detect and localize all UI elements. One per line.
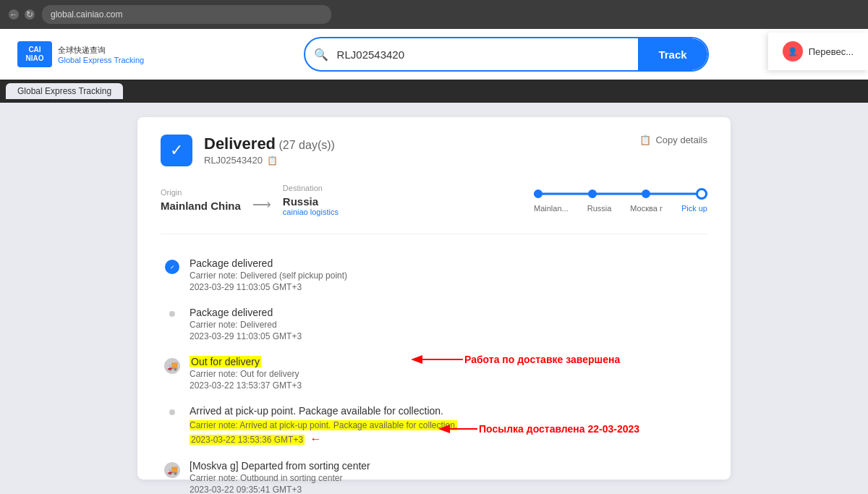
progress-label-3: Москва г [630, 204, 663, 213]
route-origin: Origin Mainland China [161, 188, 241, 212]
tl-title-3-highlighted: Out for delivery [190, 356, 261, 367]
timeline-item-2: Package delivered Carrier note: Delivere… [161, 307, 707, 341]
origin-name: Mainland China [161, 200, 241, 212]
arrow-indicator: ← [310, 433, 321, 445]
tl-dot-col-5: 🚚 [161, 460, 184, 494]
translate-badge: 👤 [788, 47, 798, 56]
destination-name: Russia [283, 195, 355, 208]
tl-time-4: 2023-03-22 13:53:36 GMT+3 ← [190, 433, 707, 446]
tl-dot-4 [169, 409, 175, 415]
tl-note-4: Carrier note: Arrived at pick-up point. … [190, 420, 457, 430]
active-tab[interactable]: Global Express Tracking [6, 83, 123, 99]
copy-details-button[interactable]: 📋 Copy details [639, 135, 707, 145]
back-button[interactable]: ← [9, 9, 19, 20]
refresh-button[interactable]: ↻ [25, 9, 35, 20]
carrier-name: cainiao logistics [283, 208, 355, 216]
browser-bar: ← ↻ global.cainiao.com [0, 0, 868, 29]
progress-line-fill [534, 192, 707, 195]
status-info: Delivered (27 day(s)) RLJ02543420 📋 [204, 135, 639, 166]
tl-title-5: [Moskva g] Departed from sorting center [190, 460, 707, 472]
tracking-number-row: RLJ02543420 📋 [204, 155, 639, 166]
tl-note-3: Carrier note: Out for delivery [190, 369, 707, 379]
tl-time-1: 2023-03-29 11:03:05 GMT+3 [190, 282, 707, 292]
progress-section: Mainlan... Russia Москва г Pick up [534, 188, 707, 213]
tl-content-1: Package delivered Carrier note: Delivere… [184, 257, 707, 292]
tl-note-5: Carrier note: Outbound in sorting center [190, 473, 707, 483]
progress-label-1: Mainlan... [534, 204, 569, 213]
tl-time-4-highlighted: 2023-03-22 13:53:36 GMT+3 [190, 435, 305, 445]
tl-content-4: Arrived at pick-up point. Package availa… [184, 405, 707, 446]
progress-dot-1 [534, 189, 542, 198]
url-text: global.cainiao.com [51, 9, 122, 20]
progress-dot-3 [642, 189, 650, 198]
status-header: ✓ Delivered (27 day(s)) RLJ02543420 📋 📋 … [161, 135, 707, 166]
copy-details-icon: 📋 [639, 135, 651, 145]
route-section: Origin Mainland China ⟶ Destination Russ… [161, 184, 707, 234]
tl-title-4: Arrived at pick-up point. Package availa… [190, 405, 707, 417]
copy-tracking-icon[interactable]: 📋 [267, 156, 278, 166]
tl-content-5: [Moskva g] Departed from sorting center … [184, 460, 707, 494]
timeline-item-1: ✓ Package delivered Carrier note: Delive… [161, 257, 707, 292]
logo-english: Global Express Tracking [58, 56, 144, 64]
tl-dot-col-2 [161, 307, 184, 341]
copy-details-label: Copy details [655, 135, 707, 145]
status-title-row: Delivered (27 day(s)) [204, 135, 639, 153]
status-title: Delivered [204, 135, 276, 153]
page: CAINIAO 全球快递查询 Global Express Tracking 🔍… [0, 29, 868, 494]
progress-label-4: Pick up [681, 204, 707, 213]
tl-note-2: Carrier note: Delivered [190, 320, 707, 330]
tab-bar: Global Express Tracking [0, 80, 868, 103]
address-bar[interactable]: global.cainiao.com [42, 5, 331, 24]
tl-dot-col-4 [161, 405, 184, 446]
route-arrow: ⟶ [252, 188, 271, 213]
logo: CAINIAO 全球快递查询 Global Express Tracking [17, 41, 144, 67]
tl-dot-col-1: ✓ [161, 257, 184, 292]
delivered-icon: ✓ [161, 135, 192, 166]
timeline: ✓ Package delivered Carrier note: Delive… [161, 257, 707, 494]
logo-text: 全球快递查询 Global Express Tracking [58, 45, 144, 64]
tl-content-2: Package delivered Carrier note: Delivere… [184, 307, 707, 341]
tl-dot-2 [169, 311, 175, 317]
tl-note-1: Carrier note: Delivered (self pickup poi… [190, 271, 707, 281]
progress-labels: Mainlan... Russia Москва г Pick up [534, 204, 707, 213]
tl-dot-5: 🚚 [164, 462, 180, 478]
logo-chinese: 全球快递查询 [58, 45, 144, 56]
tl-time-3: 2023-03-22 13:53:37 GMT+3 [190, 380, 707, 391]
origin-label: Origin [161, 188, 241, 197]
tl-dot-col-3: 🚚 [161, 356, 184, 391]
tl-dot-1: ✓ [165, 260, 179, 274]
translate-text: Перевес... [809, 46, 854, 57]
progress-label-2: Russia [587, 204, 612, 213]
logo-icon: CAINIAO [17, 41, 52, 67]
tracking-card: ✓ Delivered (27 day(s)) RLJ02543420 📋 📋 … [137, 117, 731, 480]
timeline-item-4: Arrived at pick-up point. Package availa… [161, 405, 707, 446]
translate-icon[interactable]: 👤 [783, 41, 803, 61]
progress-dot-2 [588, 189, 597, 198]
track-button[interactable]: Track [638, 38, 707, 70]
tracking-number-text: RLJ02543420 [204, 155, 263, 166]
destination-label: Destination [283, 184, 355, 192]
tl-content-3: Out for delivery Carrier note: Out for d… [184, 356, 707, 391]
search-input[interactable] [337, 48, 639, 61]
tl-title-2: Package delivered [190, 307, 707, 318]
status-days: (27 day(s)) [279, 139, 335, 151]
header: CAINIAO 全球快递查询 Global Express Tracking 🔍… [0, 29, 868, 80]
search-bar: 🔍 Track [304, 37, 709, 72]
timeline-item-3: 🚚 Out for delivery Carrier note: Out for… [161, 356, 707, 391]
tl-time-5: 2023-03-22 09:35:41 GMT+3 [190, 485, 707, 494]
tl-title-1: Package delivered [190, 257, 707, 269]
tl-dot-3: 🚚 [164, 358, 180, 374]
search-icon: 🔍 [305, 48, 337, 61]
progress-dot-4 [696, 188, 707, 200]
browser-controls: ← ↻ [9, 9, 35, 20]
tl-time-2: 2023-03-29 11:03:05 GMT+3 [190, 331, 707, 341]
translate-panel: 👤 Перевес... [768, 33, 868, 70]
timeline-item-5: 🚚 [Moskva g] Departed from sorting cente… [161, 460, 707, 494]
route-destination: Destination Russia cainiao logistics [283, 184, 355, 216]
progress-bar [534, 188, 707, 200]
main-content: ✓ Delivered (27 day(s)) RLJ02543420 📋 📋 … [0, 103, 868, 494]
tl-title-3: Out for delivery [190, 356, 707, 367]
